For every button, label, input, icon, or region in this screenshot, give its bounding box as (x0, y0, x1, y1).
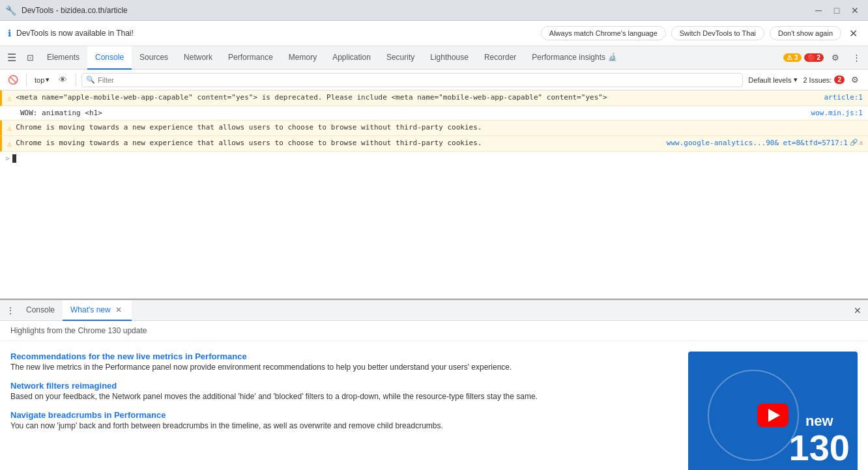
console-row: WOW: animating <h1> wow.min.js:1 (0, 106, 868, 120)
tab-performance[interactable]: Performance (220, 46, 281, 70)
settings-icon[interactable]: ⚙ (826, 49, 845, 67)
context-selector[interactable]: top ▾ (32, 74, 52, 85)
toolbar-divider-2 (76, 74, 76, 87)
switch-thai-button[interactable]: Switch DevTools to Thai (671, 26, 764, 40)
whats-new-video: new 130 (688, 352, 858, 470)
context-label: top (35, 76, 44, 84)
levels-arrow-icon: ▾ (794, 76, 798, 84)
issues-area: 2 Issues: 2 (803, 76, 845, 84)
tab-application[interactable]: Application (325, 46, 379, 70)
section-1-desc: The new live metrics in the Performance … (10, 361, 673, 373)
filter-input[interactable] (98, 76, 738, 84)
whats-new-body: Recommendations for the new live metrics… (0, 341, 868, 470)
dont-show-button[interactable]: Don't show again (770, 26, 841, 40)
notification-close-button[interactable]: ✕ (846, 27, 860, 40)
tab-elements[interactable]: Elements (39, 46, 87, 70)
video-text: new 130 (789, 413, 850, 466)
tab-security[interactable]: Security (379, 46, 422, 70)
console-input-row: > (0, 152, 868, 165)
console-message-1: <meta name="apple-mobile-web-app-capable… (16, 93, 818, 102)
tab-lighthouse[interactable]: Lighthouse (422, 46, 476, 70)
bottom-console-label: Console (26, 305, 55, 314)
tab-network[interactable]: Network (176, 46, 220, 70)
warning-badge: ⚠ 3 (783, 53, 801, 62)
warning-icon: ⚠ (7, 94, 12, 103)
info-icon: ℹ (8, 28, 11, 38)
console-caret: > (5, 154, 10, 163)
section-3-desc: You can now 'jump' back and forth betwee… (10, 420, 673, 432)
link-icon: 🔗 (850, 139, 858, 146)
error-badge: 🔴 2 (804, 53, 824, 62)
notification-text: DevTools is now available in Thai! (16, 29, 536, 38)
warning-icon: ⚠ (7, 124, 12, 133)
console-row: ⚠ Chrome is moving towards a new experie… (0, 136, 868, 152)
title-bar-text: DevTools - bizidea.co.th/article (22, 6, 805, 15)
title-bar-controls: ─ □ ✕ (811, 3, 863, 18)
whats-new-label: What's new (70, 305, 111, 314)
filter-icon: 🔍 (86, 76, 95, 84)
console-message-2: WOW: animating <h1> (8, 109, 806, 117)
levels-label: Default levels (748, 76, 791, 84)
warning-icon: ⚠ (7, 139, 12, 148)
tab-sources[interactable]: Sources (132, 46, 176, 70)
console-row: ⚠ <meta name="apple-mobile-web-app-capab… (0, 90, 868, 106)
console-content: ⚠ <meta name="apple-mobile-web-app-capab… (0, 90, 868, 299)
issues-label: 2 Issues: (803, 76, 832, 84)
whats-new-header: Highlights from the Chrome 130 update (0, 321, 868, 341)
tab-memory[interactable]: Memory (281, 46, 325, 70)
section-3: Navigate breadcrumbs in Performance You … (10, 410, 673, 432)
bottom-tab-console[interactable]: Console (18, 300, 63, 321)
dock-icon[interactable]: ⊡ (21, 49, 39, 67)
tab-console[interactable]: Console (87, 46, 132, 70)
section-3-title[interactable]: Navigate breadcrumbs in Performance (10, 410, 673, 420)
error-icon-small: ⚠ (859, 139, 863, 146)
console-settings-button[interactable]: ⚙ (847, 72, 863, 88)
bottom-menu-button[interactable]: ⋮ (3, 303, 18, 318)
play-triangle-icon (768, 409, 780, 422)
bottom-tab-whats-new[interactable]: What's new ✕ (63, 300, 132, 321)
section-2-title[interactable]: Network filters reimagined (10, 381, 673, 391)
bottom-panel: ⋮ Console What's new ✕ ✕ Highlights from… (0, 299, 868, 470)
video-overlay: new 130 (688, 352, 858, 470)
issues-count-badge: 2 (834, 76, 845, 84)
console-link-4[interactable]: www.google-analytics...90& et=8&tfd=5717… (661, 139, 848, 147)
levels-area: Default levels ▾ (748, 76, 798, 84)
console-message-4: Chrome is moving towards a new experienc… (16, 139, 661, 147)
toolbar-divider-1 (26, 74, 27, 87)
console-row: ⚠ Chrome is moving towards a new experie… (0, 120, 868, 136)
context-arrow-icon: ▾ (46, 76, 50, 84)
video-thumbnail[interactable]: new 130 (688, 352, 858, 470)
console-toolbar: 🚫 top ▾ 👁 🔍 Default levels ▾ 2 Issues: 2… (0, 70, 868, 90)
notification-bar: ℹ DevTools is now available in Thai! Alw… (0, 21, 868, 46)
section-1-title[interactable]: Recommendations for the new live metrics… (10, 352, 673, 361)
devtools-tabs-bar: ☰ ⊡ Elements Console Sources Network Per… (0, 46, 868, 70)
console-cursor (12, 154, 16, 163)
console-message-3: Chrome is moving towards a new experienc… (16, 123, 863, 131)
devtools-favicon: 🔧 (5, 5, 16, 16)
maximize-button[interactable]: □ (829, 3, 845, 18)
section-1: Recommendations for the new live metrics… (10, 352, 673, 373)
clear-console-button[interactable]: 🚫 (5, 72, 21, 88)
tab-recorder[interactable]: Recorder (476, 46, 524, 70)
title-bar: 🔧 DevTools - bizidea.co.th/article ─ □ ✕ (0, 0, 868, 21)
devtools-menu-icon[interactable]: ☰ (3, 49, 21, 67)
tab-performance-insights[interactable]: Performance insights 🔬 (524, 46, 625, 70)
tab-end-icons: ⚠ 3 🔴 2 ⚙ ⋮ (783, 49, 865, 67)
whats-new-content: Highlights from the Chrome 130 update Re… (0, 321, 868, 470)
play-button-area (757, 404, 788, 427)
console-link-1[interactable]: article:1 (818, 93, 863, 102)
more-options-icon[interactable]: ⋮ (847, 49, 865, 67)
whats-new-close-tab-button[interactable]: ✕ (113, 305, 124, 315)
match-language-button[interactable]: Always match Chrome's language (541, 26, 666, 40)
console-link-2[interactable]: wow.min.js:1 (806, 109, 863, 117)
video-number-label: 130 (789, 430, 850, 466)
minimize-button[interactable]: ─ (811, 3, 826, 18)
whats-new-header-text: Highlights from the Chrome 130 update (10, 326, 147, 335)
console-output-section: ⚠ <meta name="apple-mobile-web-app-capab… (0, 90, 868, 299)
close-window-button[interactable]: ✕ (847, 3, 863, 18)
eye-button[interactable]: 👁 (55, 72, 70, 88)
play-button[interactable] (757, 404, 788, 427)
panel-close-button[interactable]: ✕ (850, 303, 865, 318)
filter-area: 🔍 (81, 73, 743, 87)
section-2: Network filters reimagined Based on your… (10, 381, 673, 402)
